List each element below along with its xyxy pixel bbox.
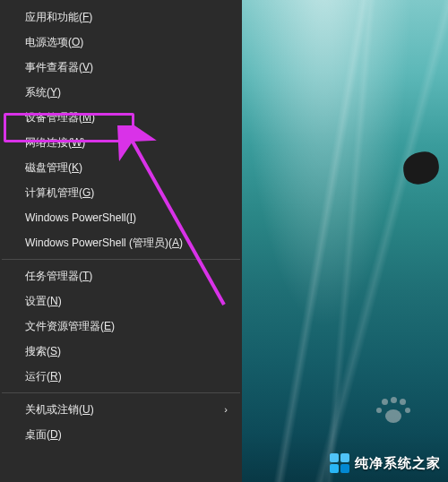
menu-item-label: 设置(N) — [25, 294, 62, 309]
menu-item-shutdown-signout[interactable]: 关机或注销(U)› — [0, 397, 242, 422]
menu-item-computer-management[interactable]: 计算机管理(G) — [0, 180, 242, 205]
paw-watermark — [376, 397, 412, 433]
menu-item-desktop[interactable]: 桌面(D) — [0, 422, 242, 447]
menu-item-run[interactable]: 运行(R) — [0, 364, 242, 389]
menu-item-task-manager[interactable]: 任务管理器(T) — [0, 263, 242, 288]
menu-item-label: 桌面(D) — [25, 427, 62, 443]
site-watermark: 纯净系统之家 — [330, 453, 441, 473]
menu-item-label: 计算机管理(G) — [25, 185, 94, 201]
menu-item-apps-features[interactable]: 应用和功能(F) — [0, 4, 242, 30]
menu-item-label: 磁盘管理(K) — [25, 160, 82, 176]
menu-item-powershell-admin[interactable]: Windows PowerShell (管理员)(A) — [0, 230, 242, 255]
menu-item-disk-management[interactable]: 磁盘管理(K) — [0, 155, 242, 180]
menu-item-label: Windows PowerShell (管理员)(A) — [25, 236, 183, 251]
menu-item-powershell[interactable]: Windows PowerShell(I) — [0, 205, 242, 230]
menu-item-label: 设备管理器(M) — [25, 110, 95, 125]
menu-item-search[interactable]: 搜索(S) — [0, 339, 242, 364]
menu-item-device-manager[interactable]: 设备管理器(M) — [0, 105, 242, 130]
menu-item-power-options[interactable]: 电源选项(O) — [0, 30, 242, 55]
desktop-wallpaper — [242, 0, 448, 482]
menu-item-event-viewer[interactable]: 事件查看器(V) — [0, 55, 242, 80]
menu-item-label: 搜索(S) — [25, 344, 61, 359]
menu-item-system[interactable]: 系统(Y) — [0, 80, 242, 105]
underwater-light-rays — [242, 0, 448, 482]
menu-item-label: 关机或注销(U) — [25, 402, 94, 417]
menu-item-label: 网络连接(W) — [25, 135, 85, 151]
menu-item-label: 应用和功能(F) — [25, 10, 92, 25]
watermark-logo-icon — [330, 453, 349, 473]
menu-item-label: 运行(R) — [25, 369, 62, 384]
chevron-right-icon: › — [224, 404, 228, 415]
menu-item-file-explorer[interactable]: 文件资源管理器(E) — [0, 314, 242, 339]
menu-item-label: Windows PowerShell(I) — [25, 211, 136, 224]
menu-item-network-connections[interactable]: 网络连接(W) — [0, 130, 242, 155]
winx-context-menu: 应用和功能(F)电源选项(O)事件查看器(V)系统(Y)设备管理器(M)网络连接… — [0, 0, 242, 482]
menu-divider — [2, 259, 240, 260]
menu-item-label: 任务管理器(T) — [25, 269, 92, 284]
watermark-text: 纯净系统之家 — [355, 455, 441, 472]
menu-divider — [2, 392, 240, 393]
menu-item-settings[interactable]: 设置(N) — [0, 288, 242, 314]
menu-item-label: 电源选项(O) — [25, 35, 83, 50]
menu-item-label: 事件查看器(V) — [25, 60, 93, 75]
menu-item-label: 系统(Y) — [25, 85, 61, 100]
menu-item-label: 文件资源管理器(E) — [25, 319, 115, 334]
